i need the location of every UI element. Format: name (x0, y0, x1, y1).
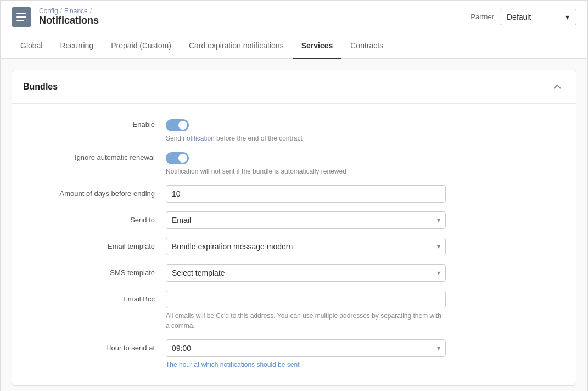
breadcrumb-config[interactable]: Config (39, 7, 58, 15)
enable-hint: Send notification before the end of the … (166, 133, 303, 143)
bundles-section: Bundles Enable (12, 70, 576, 386)
send-to-row: Send to Email SMS Both ▾ (12, 207, 576, 233)
tab-prepaid[interactable]: Prepaid (Custom) (102, 33, 180, 59)
tab-global[interactable]: Global (12, 33, 51, 59)
hour-hint: The hour at which notifications should b… (166, 360, 446, 370)
email-template-control: Bundle expiration message modern Bundle … (166, 238, 446, 255)
ignore-renewal-slider (166, 152, 189, 164)
sms-template-label: SMS template (34, 264, 155, 277)
hour-label: Hour to send at (34, 339, 155, 352)
ignore-renewal-row: Ignore automatic renewal Notification wi… (12, 148, 576, 181)
hour-row: Hour to send at 09:00 10:00 11:00 ▾ The … (12, 335, 576, 374)
days-input[interactable] (166, 185, 446, 203)
ignore-renewal-control-group: Notification will not sent if the bundle… (166, 152, 346, 176)
days-row: Amount of days before ending (12, 181, 576, 207)
hour-control: 09:00 10:00 11:00 ▾ The hour at which no… (166, 339, 446, 370)
sms-template-control: Select template SMS Template 1 ▾ (166, 264, 446, 282)
days-control (166, 185, 446, 203)
breadcrumb-finance[interactable]: Finance (64, 7, 88, 15)
form-body: Enable Send notification before the end … (12, 104, 576, 385)
partner-dropdown-arrow: ▾ (565, 13, 569, 21)
tab-services[interactable]: Services (293, 33, 342, 59)
sms-template-select[interactable]: Select template SMS Template 1 (166, 264, 446, 282)
partner-dropdown-value: Default (507, 13, 531, 21)
section-header: Bundles (12, 70, 576, 104)
tab-bar: Global Recurring Prepaid (Custom) Card e… (1, 33, 587, 59)
breadcrumb-sep2: / (90, 7, 92, 15)
ignore-renewal-label: Ignore automatic renewal (34, 152, 155, 161)
ignore-renewal-toggle[interactable] (166, 152, 189, 164)
partner-label: Partner (471, 13, 494, 21)
email-template-select[interactable]: Bundle expiration message modern Bundle … (166, 238, 446, 255)
svg-rect-2 (16, 20, 24, 21)
tab-card-expiration[interactable]: Card expiration notifications (180, 33, 293, 59)
breadcrumb: Config / Finance / Notifications (39, 7, 99, 26)
email-bcc-label: Email Bcc (34, 291, 155, 303)
svg-rect-0 (16, 13, 26, 14)
enable-label: Enable (34, 119, 155, 129)
email-bcc-control: All emails will be Cc'd to this address.… (166, 291, 446, 331)
send-to-control: Email SMS Both ▾ (166, 211, 446, 229)
svg-rect-1 (16, 16, 26, 18)
tab-recurring[interactable]: Recurring (51, 33, 102, 59)
send-to-select-wrapper: Email SMS Both ▾ (166, 211, 446, 229)
page-title: Notifications (39, 15, 99, 26)
sms-template-row: SMS template Select template SMS Templat… (12, 260, 576, 286)
enable-toggle[interactable] (166, 119, 189, 131)
tab-contracts[interactable]: Contracts (341, 33, 392, 59)
send-to-select[interactable]: Email SMS Both (166, 211, 446, 229)
menu-icon-button[interactable] (12, 7, 31, 27)
enable-control-group: Send notification before the end of the … (166, 119, 303, 143)
collapse-button[interactable] (550, 79, 565, 94)
hour-select-wrapper: 09:00 10:00 11:00 ▾ (166, 339, 446, 357)
breadcrumb-sep1: / (60, 7, 62, 15)
sms-template-select-wrapper: Select template SMS Template 1 ▾ (166, 264, 446, 282)
enable-hint-post: before the end of the contract (215, 135, 303, 142)
section-title: Bundles (23, 82, 58, 92)
email-template-select-wrapper: Bundle expiration message modern Bundle … (166, 238, 446, 255)
hour-select[interactable]: 09:00 10:00 11:00 (166, 339, 446, 357)
email-template-row: Email template Bundle expiration message… (12, 233, 576, 260)
partner-dropdown[interactable]: Default ▾ (500, 9, 576, 25)
email-bcc-row: Email Bcc All emails will be Cc'd to thi… (12, 286, 576, 335)
email-bcc-input[interactable] (166, 291, 446, 308)
email-template-label: Email template (34, 238, 155, 250)
enable-row: Enable Send notification before the end … (12, 115, 576, 148)
ignore-renewal-hint: Notification will not sent if the bundle… (166, 166, 346, 176)
send-to-label: Send to (34, 211, 155, 224)
email-bcc-hint: All emails will be Cc'd to this address.… (166, 311, 446, 331)
main-content: Bundles Enable (1, 59, 587, 391)
enable-slider (166, 119, 189, 131)
days-label: Amount of days before ending (34, 185, 155, 198)
notification-link[interactable]: notification (183, 135, 214, 142)
